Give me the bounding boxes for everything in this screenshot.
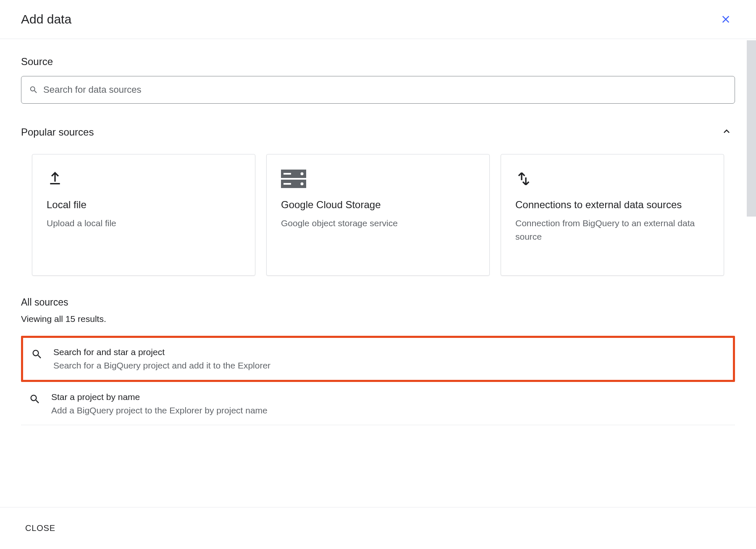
popular-sources-header[interactable]: Popular sources — [21, 123, 735, 141]
card-local-file[interactable]: Local file Upload a local file — [32, 154, 255, 276]
search-icon — [29, 393, 41, 405]
search-icon — [29, 85, 38, 94]
upload-icon — [47, 169, 241, 189]
source-search-input[interactable] — [43, 84, 727, 95]
close-button[interactable]: CLOSE — [25, 523, 55, 533]
list-item-desc: Search for a BigQuery project and add it… — [53, 361, 270, 371]
dialog-footer: CLOSE — [0, 507, 756, 549]
card-external-connections[interactable]: Connections to external data sources Con… — [501, 154, 724, 276]
chevron-up-icon[interactable] — [718, 123, 735, 141]
results-count: Viewing all 15 results. — [21, 314, 735, 324]
storage-icon — [281, 169, 475, 189]
list-item-desc: Add a BigQuery project to the Explorer b… — [51, 405, 268, 416]
svg-rect-2 — [284, 173, 291, 175]
close-icon[interactable] — [717, 10, 735, 29]
list-item-search-star-project[interactable]: Search for and star a project Search for… — [21, 336, 735, 382]
list-item-star-project-by-name[interactable]: Star a project by name Add a BigQuery pr… — [21, 383, 735, 425]
connections-icon — [515, 169, 709, 189]
all-sources-heading: All sources — [21, 297, 735, 308]
card-desc: Google object storage service — [281, 217, 475, 230]
card-title: Google Cloud Storage — [281, 198, 475, 212]
popular-sources-heading: Popular sources — [21, 126, 94, 138]
dialog-header: Add data — [0, 0, 756, 39]
card-title: Local file — [47, 198, 241, 212]
list-item-title: Search for and star a project — [53, 347, 270, 357]
dialog-title: Add data — [21, 12, 71, 26]
source-search-field[interactable] — [21, 76, 735, 104]
svg-rect-4 — [284, 183, 291, 185]
source-heading: Source — [21, 56, 735, 68]
search-icon — [31, 348, 43, 361]
card-desc: Connection from BigQuery to an external … — [515, 217, 709, 243]
dialog-body: Source Popular sources Local file Upload… — [0, 39, 756, 504]
card-desc: Upload a local file — [47, 217, 241, 230]
svg-point-5 — [301, 183, 304, 186]
popular-cards-row: Local file Upload a local file Google Cl… — [21, 154, 735, 276]
card-google-cloud-storage[interactable]: Google Cloud Storage Google object stora… — [266, 154, 490, 276]
svg-point-3 — [301, 173, 304, 175]
list-item-title: Star a project by name — [51, 392, 268, 402]
card-title: Connections to external data sources — [515, 198, 709, 212]
